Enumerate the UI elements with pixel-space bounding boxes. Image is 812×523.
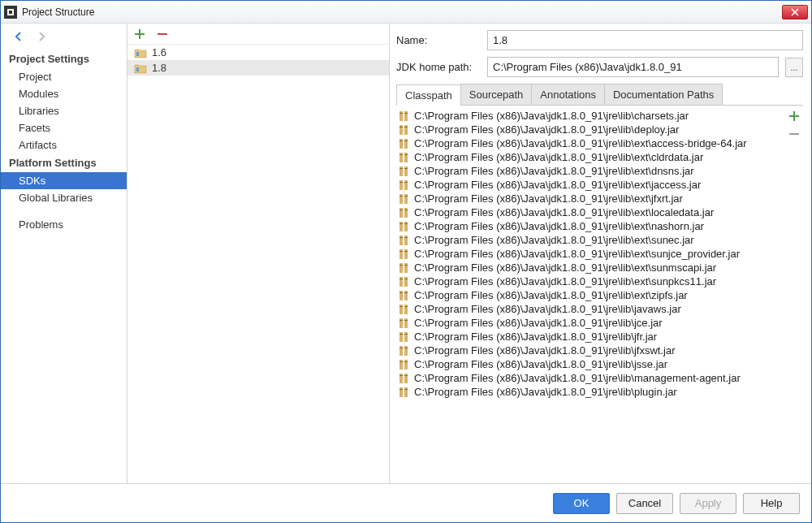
jar-icon: [398, 207, 409, 218]
apply-button[interactable]: Apply: [680, 493, 736, 514]
svg-rect-87: [404, 389, 408, 390]
svg-rect-17: [404, 153, 408, 162]
classpath-path: C:\Program Files (x86)\Java\jdk1.8.0_91\…: [414, 234, 694, 246]
svg-rect-32: [400, 208, 403, 218]
svg-rect-38: [400, 223, 403, 224]
jar-icon: [398, 331, 409, 343]
svg-rect-20: [400, 166, 403, 176]
window-title: Project Structure: [22, 6, 782, 18]
close-button[interactable]: [782, 5, 808, 19]
remove-sdk-icon[interactable]: [157, 28, 168, 40]
svg-rect-72: [400, 346, 403, 356]
sidebar-item-modules[interactable]: Modules: [1, 85, 127, 102]
classpath-entry[interactable]: C:\Program Files (x86)\Java\jdk1.8.0_91\…: [398, 330, 785, 344]
classpath-entry[interactable]: C:\Program Files (x86)\Java\jdk1.8.0_91\…: [398, 109, 785, 123]
classpath-entry[interactable]: C:\Program Files (x86)\Java\jdk1.8.0_91\…: [398, 302, 785, 316]
sdk-item[interactable]: 1.6: [127, 45, 389, 60]
svg-rect-60: [400, 305, 403, 314]
svg-rect-82: [400, 375, 403, 376]
jar-icon: [398, 304, 409, 315]
svg-rect-29: [404, 194, 408, 204]
svg-rect-61: [404, 305, 408, 314]
svg-rect-25: [404, 180, 408, 190]
sdk-list[interactable]: 1.61.8: [127, 45, 389, 483]
tab-documentation-paths[interactable]: Documentation Paths: [604, 84, 723, 105]
svg-rect-31: [404, 196, 408, 197]
svg-rect-51: [404, 265, 408, 266]
sdk-details: Name: JDK home path: ... ClasspathSource…: [390, 24, 811, 483]
sidebar-item-artifacts[interactable]: Artifacts: [1, 136, 127, 153]
sdk-item[interactable]: 1.8: [127, 60, 389, 76]
classpath-entry[interactable]: C:\Program Files (x86)\Java\jdk1.8.0_91\…: [398, 261, 785, 274]
sidebar-item-facets[interactable]: Facets: [1, 119, 127, 136]
svg-rect-41: [404, 236, 408, 245]
classpath-entry[interactable]: C:\Program Files (x86)\Java\jdk1.8.0_91\…: [398, 192, 785, 205]
sdk-toolbar: [127, 24, 389, 45]
tab-sourcepath[interactable]: Sourcepath: [460, 84, 533, 105]
jar-icon: [398, 318, 409, 329]
sidebar-item-global-libraries[interactable]: Global Libraries: [1, 189, 127, 206]
svg-rect-36: [400, 222, 403, 231]
remove-classpath-icon[interactable]: [788, 128, 800, 140]
classpath-path: C:\Program Files (x86)\Java\jdk1.8.0_91\…: [414, 110, 689, 122]
jar-icon: [398, 235, 409, 246]
browse-button[interactable]: ...: [785, 58, 803, 77]
classpath-entry[interactable]: C:\Program Files (x86)\Java\jdk1.8.0_91\…: [398, 205, 785, 219]
forward-icon[interactable]: [35, 30, 48, 43]
sidebar-item-problems[interactable]: Problems: [1, 216, 127, 233]
classpath-entry[interactable]: C:\Program Files (x86)\Java\jdk1.8.0_91\…: [398, 344, 785, 357]
cancel-button[interactable]: Cancel: [616, 493, 673, 514]
ok-button[interactable]: OK: [553, 493, 610, 514]
classpath-path: C:\Program Files (x86)\Java\jdk1.8.0_91\…: [414, 372, 741, 384]
svg-rect-64: [400, 318, 403, 328]
classpath-entry[interactable]: C:\Program Files (x86)\Java\jdk1.8.0_91\…: [398, 371, 785, 385]
svg-rect-86: [400, 389, 403, 390]
svg-rect-6: [400, 113, 403, 114]
tab-annotations[interactable]: Annotations: [531, 84, 605, 105]
classpath-path: C:\Program Files (x86)\Java\jdk1.8.0_91\…: [414, 275, 716, 287]
back-icon[interactable]: [12, 30, 25, 43]
svg-rect-79: [404, 361, 408, 362]
svg-rect-26: [400, 182, 403, 183]
classpath-entry[interactable]: C:\Program Files (x86)\Java\jdk1.8.0_91\…: [398, 316, 785, 330]
sidebar-item-project[interactable]: Project: [1, 68, 127, 85]
svg-rect-45: [404, 249, 408, 259]
sidebar-item-libraries[interactable]: Libraries: [1, 102, 127, 119]
classpath-path: C:\Program Files (x86)\Java\jdk1.8.0_91\…: [414, 151, 703, 163]
classpath-path: C:\Program Files (x86)\Java\jdk1.8.0_91\…: [414, 386, 677, 398]
folder-icon: [134, 47, 147, 58]
path-input[interactable]: [487, 57, 779, 77]
classpath-entry[interactable]: C:\Program Files (x86)\Java\jdk1.8.0_91\…: [398, 123, 785, 136]
svg-rect-77: [404, 360, 408, 370]
classpath-path: C:\Program Files (x86)\Java\jdk1.8.0_91\…: [414, 331, 657, 343]
classpath-entry[interactable]: C:\Program Files (x86)\Java\jdk1.8.0_91\…: [398, 274, 785, 288]
sidebar-item-sdks[interactable]: SDKs: [1, 172, 127, 189]
tab-classpath[interactable]: Classpath: [396, 84, 461, 106]
classpath-list[interactable]: C:\Program Files (x86)\Java\jdk1.8.0_91\…: [396, 106, 785, 483]
svg-rect-80: [400, 374, 403, 383]
section-project-settings: Project Settings: [1, 50, 127, 68]
name-label: Name:: [396, 34, 481, 46]
classpath-path: C:\Program Files (x86)\Java\jdk1.8.0_91\…: [414, 344, 676, 357]
svg-rect-14: [400, 140, 403, 141]
add-classpath-icon[interactable]: [788, 110, 800, 122]
svg-rect-73: [404, 346, 408, 356]
classpath-entry[interactable]: C:\Program Files (x86)\Java\jdk1.8.0_91\…: [398, 233, 785, 247]
svg-rect-55: [404, 279, 408, 279]
svg-rect-34: [400, 210, 403, 210]
help-button[interactable]: Help: [743, 493, 800, 514]
classpath-entry[interactable]: C:\Program Files (x86)\Java\jdk1.8.0_91\…: [398, 178, 785, 192]
classpath-entry[interactable]: C:\Program Files (x86)\Java\jdk1.8.0_91\…: [398, 150, 785, 164]
folder-icon: [134, 63, 147, 74]
classpath-entry[interactable]: C:\Program Files (x86)\Java\jdk1.8.0_91\…: [398, 385, 785, 399]
name-input[interactable]: [487, 30, 803, 50]
classpath-entry[interactable]: C:\Program Files (x86)\Java\jdk1.8.0_91\…: [398, 357, 785, 371]
add-sdk-icon[interactable]: [134, 28, 145, 40]
classpath-entry[interactable]: C:\Program Files (x86)\Java\jdk1.8.0_91\…: [398, 219, 785, 233]
jar-icon: [398, 110, 409, 122]
classpath-entry[interactable]: C:\Program Files (x86)\Java\jdk1.8.0_91\…: [398, 288, 785, 302]
classpath-entry[interactable]: C:\Program Files (x86)\Java\jdk1.8.0_91\…: [398, 164, 785, 178]
classpath-entry[interactable]: C:\Program Files (x86)\Java\jdk1.8.0_91\…: [398, 136, 785, 150]
classpath-path: C:\Program Files (x86)\Java\jdk1.8.0_91\…: [414, 289, 688, 301]
classpath-entry[interactable]: C:\Program Files (x86)\Java\jdk1.8.0_91\…: [398, 247, 785, 261]
